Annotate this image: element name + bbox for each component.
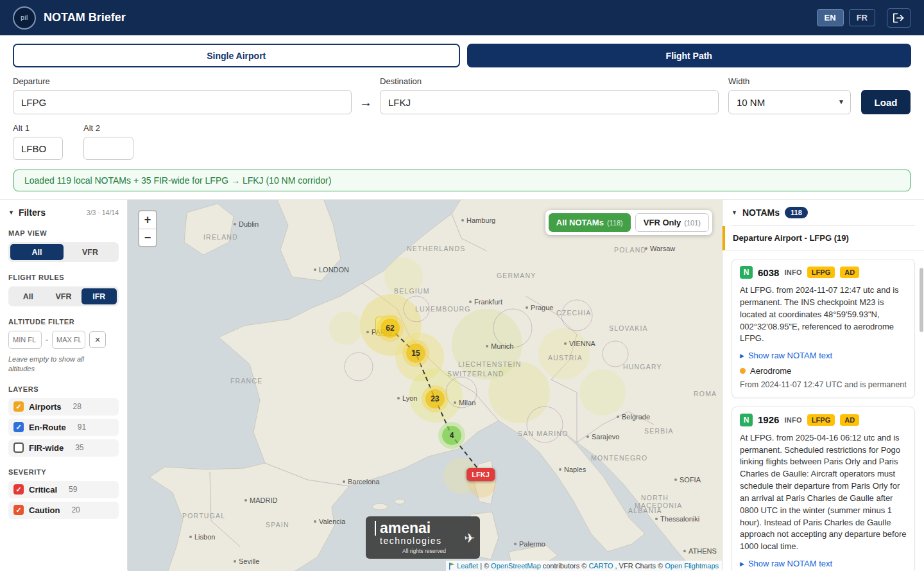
layer-name: Airports [29, 402, 62, 412]
departure-label: Departure [13, 76, 352, 86]
clear-altitude-button[interactable]: ✕ [89, 331, 106, 348]
checkbox-icon [13, 442, 24, 453]
map-place-label: LIECHTENSTEIN [458, 360, 521, 368]
notam-cluster-marker[interactable]: 23 [425, 389, 445, 408]
plane-icon: ✈ [464, 530, 475, 546]
notams-header[interactable]: ▼ NOTAMs 118 [732, 207, 915, 226]
notam-cluster-marker[interactable]: 15 [406, 344, 425, 363]
notam-type-badge: N [740, 266, 753, 279]
attr-copyright: © [484, 562, 489, 570]
filters-header[interactable]: ▼ Filters 3/3 · 14/14 [8, 207, 119, 218]
altitude-filter: - ✕ [8, 331, 119, 349]
vfr-only-label: VFR Only [644, 218, 681, 227]
map-place-label: Hamburg [461, 216, 495, 224]
map-place-label: Dublin [234, 220, 259, 228]
show-raw-label: Show raw NOTAM text [748, 351, 832, 360]
openflightmaps-link[interactable]: Open Flightmaps [665, 562, 719, 570]
attr-contributors: contributors © [543, 562, 587, 570]
notam-body-text: At LFPG. from 2024-11-07 12:47 utc and i… [740, 285, 907, 345]
app-title: NOTAM Briefer [44, 11, 126, 24]
map-view-all-button[interactable]: All [10, 244, 64, 260]
load-button[interactable]: Load [861, 90, 911, 114]
osm-link[interactable]: OpenStreetMap [491, 562, 541, 570]
map-place-label: MACEDONIA [635, 502, 682, 509]
zoom-out-button[interactable]: − [139, 229, 156, 246]
leaflet-link[interactable]: Leaflet [457, 562, 478, 570]
map-view-vfr-button[interactable]: VFR [64, 244, 117, 260]
notam-briefer-app: pil NOTAM Briefer EN FR Single Airport F… [0, 0, 924, 578]
notams-count-badge: 118 [785, 207, 808, 218]
map-view-toggle: All VFR [8, 242, 119, 262]
tab-single-airport[interactable]: Single Airport [13, 44, 460, 67]
departure-input[interactable] [13, 90, 352, 114]
map-place-label: Sarajevo [586, 433, 619, 441]
map-place-label: Belgrade [617, 413, 650, 421]
notam-cluster-marker[interactable]: 62 [381, 319, 400, 338]
layer-name: En-Route [29, 423, 66, 432]
severity-label: SEVERITY [8, 468, 119, 476]
carto-link[interactable]: CARTO [588, 562, 613, 570]
show-raw-notam-link[interactable]: ▶ Show raw NOTAM text [740, 559, 907, 568]
app-logo: pil [13, 6, 36, 30]
map-place-label: SAN MARINO [518, 430, 569, 437]
destination-input[interactable] [380, 90, 719, 114]
zoom-in-button[interactable]: + [139, 211, 156, 229]
notam-card-header: N 6038 INFO LFPG AD [740, 266, 907, 279]
map-place-label: Munich [486, 342, 513, 350]
vfr-only-count: (101) [684, 219, 701, 227]
all-notams-count: (118) [607, 219, 623, 227]
min-fl-input[interactable] [8, 331, 42, 349]
alt2-input[interactable] [83, 137, 133, 160]
map-place-label: Lisbon [189, 533, 215, 541]
notam-id: 6038 [758, 267, 779, 278]
map-place-label: AUSTRIA [548, 354, 583, 362]
width-select[interactable]: 10 NM [728, 90, 851, 114]
map-filter-toggles: All NOTAMs (118) VFR Only (101) [545, 210, 712, 235]
language-fr-button[interactable]: FR [849, 9, 875, 26]
language-en-button[interactable]: EN [817, 9, 844, 26]
flight-rules-vfr-button[interactable]: VFR [46, 288, 81, 304]
notam-category-badge: AD [840, 414, 859, 426]
severity-count: 59 [69, 485, 77, 494]
mode-tabs: Single Airport Flight Path [13, 44, 911, 67]
notam-level: INFO [784, 268, 801, 276]
panel-scrollbar-thumb[interactable] [920, 268, 923, 332]
logout-button[interactable] [887, 8, 911, 28]
alternates-row: Alt 1 Alt 2 [13, 123, 911, 160]
logout-icon [893, 13, 905, 23]
layer-count: 91 [78, 423, 86, 432]
leaflet-flag-icon [449, 563, 455, 570]
map-place-label: SOFIA [674, 476, 701, 484]
main-layout: ▼ Filters 3/3 · 14/14 MAP VIEW All VFR F… [0, 199, 924, 570]
collapse-icon: ▼ [8, 209, 14, 216]
map-place-label: LUXEMBOURG [415, 305, 471, 313]
all-notams-label: All NOTAMs [556, 218, 604, 227]
navbar: pil NOTAM Briefer EN FR [0, 0, 924, 35]
max-fl-input[interactable] [52, 331, 85, 349]
layer-checkbox-row[interactable]: En-Route 91 [8, 419, 119, 436]
map-place-label: Prague [526, 304, 553, 311]
logo-text: pil [21, 14, 28, 21]
vfr-only-button[interactable]: VFR Only (101) [635, 213, 709, 232]
map-place-label: FRANCE [230, 377, 262, 385]
expand-icon: ▶ [740, 561, 744, 567]
map-place-label: Palermo [514, 540, 545, 548]
tab-flight-path[interactable]: Flight Path [467, 44, 912, 67]
width-group: Width 10 NM ▼ [728, 76, 851, 114]
map-place-label: BELGIUM [394, 287, 430, 295]
severity-checkbox-row[interactable]: Caution 20 [8, 502, 119, 519]
layer-checkbox-row[interactable]: FIR-wide 35 [8, 439, 119, 457]
flight-rules-all-button[interactable]: All [10, 288, 46, 304]
show-raw-notam-link[interactable]: ▶ Show raw NOTAM text [740, 351, 907, 360]
map-canvas[interactable]: IRELAND NETHERLANDS BELGIUM GERMANY POLA… [128, 200, 722, 571]
flight-rules-toggle: All VFR IFR [8, 286, 119, 306]
layer-checkbox-row[interactable]: Airports 28 [8, 398, 119, 416]
layer-count: 35 [75, 443, 83, 452]
flight-rules-ifr-button[interactable]: IFR [81, 288, 117, 304]
all-notams-button[interactable]: All NOTAMs (118) [549, 213, 631, 232]
severity-checkbox-row[interactable]: Critical 59 [8, 481, 119, 498]
notam-cluster-marker[interactable]: 4 [442, 426, 461, 445]
alt1-group: Alt 1 [13, 123, 63, 160]
destination-airport-marker[interactable]: LFKJ [466, 468, 495, 481]
alt1-input[interactable] [13, 137, 63, 160]
